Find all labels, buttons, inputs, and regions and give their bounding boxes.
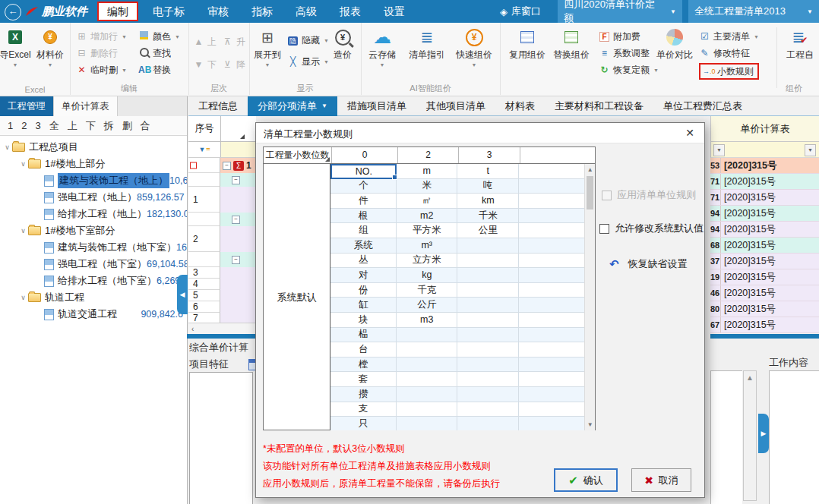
tree-item[interactable]: ∨轨道工程 bbox=[0, 289, 187, 306]
unit-cell[interactable] bbox=[397, 402, 457, 417]
cost-button[interactable]: ¥ 造价 bbox=[327, 27, 359, 61]
unit-cell[interactable] bbox=[397, 328, 457, 343]
decimal-rule-button[interactable]: →.0 小数规则 bbox=[699, 63, 759, 80]
unit-cell[interactable] bbox=[519, 179, 584, 194]
material-price-button[interactable]: ¥ 材料价 ▼ bbox=[30, 27, 70, 68]
collapse-expander-icon[interactable]: − bbox=[232, 176, 240, 184]
unit-cell[interactable] bbox=[519, 283, 584, 298]
corner-header[interactable]: 工程量小数位数 bbox=[264, 147, 332, 163]
grid-row[interactable]: 3 bbox=[188, 267, 256, 279]
unit-cell[interactable]: 个 bbox=[330, 179, 397, 194]
unit-cell[interactable] bbox=[457, 238, 519, 254]
column-header-0[interactable]: 0 bbox=[332, 147, 398, 163]
unit-cell[interactable] bbox=[519, 342, 584, 358]
tree-item[interactable]: 建筑与装饰工程（地上）10,63... bbox=[0, 172, 187, 189]
unit-cell[interactable]: 公斤 bbox=[397, 298, 457, 313]
collapse-expander-icon[interactable]: − bbox=[232, 256, 240, 264]
main-list-button[interactable]: ☑ 主要清单 ▼ bbox=[699, 30, 759, 43]
column-header-3[interactable]: 3 bbox=[459, 147, 520, 163]
price-row[interactable]: 71[2020]315号 bbox=[710, 174, 819, 190]
cancel-button[interactable]: ✖ 取消 bbox=[631, 468, 691, 492]
quick-pricing-button[interactable]: ¥ 快速组价 ▼ bbox=[452, 27, 496, 68]
apply-unit-rule-option[interactable]: 应用清单单位规则 bbox=[602, 188, 696, 202]
unit-cell[interactable] bbox=[519, 254, 584, 269]
tree-item[interactable]: ∨工程总项目 bbox=[0, 139, 187, 156]
tree-item[interactable]: 强电工程（地上）859,126.57 bbox=[0, 189, 187, 206]
menu-指标[interactable]: 指标 bbox=[240, 0, 284, 23]
close-icon[interactable]: ✕ bbox=[678, 124, 701, 141]
unit-cell[interactable]: m3 bbox=[397, 313, 457, 328]
surcharge-button[interactable]: F 附加费 bbox=[599, 30, 659, 43]
unit-cell[interactable]: 只 bbox=[330, 417, 397, 430]
price-row[interactable]: 80[2020]315号 bbox=[710, 301, 819, 317]
price-row[interactable]: 94[2020]315号 bbox=[710, 206, 819, 222]
unit-cell[interactable] bbox=[519, 402, 584, 417]
demote-button[interactable]: ⊻ 降 bbox=[222, 58, 245, 71]
unit-cell[interactable]: 吨 bbox=[457, 179, 519, 194]
unit-cell[interactable]: 樘 bbox=[330, 358, 397, 373]
unit-cell[interactable]: 平方米 bbox=[397, 223, 457, 238]
promote-button[interactable]: ⊼ 升 bbox=[222, 35, 245, 49]
grid-row[interactable]: − bbox=[188, 213, 256, 226]
add-row-button[interactable]: ⊞ 增加行 ▼ bbox=[76, 30, 127, 43]
unit-cell[interactable] bbox=[519, 164, 584, 179]
unit-cell[interactable]: 缸 bbox=[330, 298, 397, 313]
unit-cell[interactable] bbox=[519, 328, 584, 343]
tree-item[interactable]: ∨1#楼地下室部分 bbox=[0, 222, 187, 239]
tree-item[interactable]: 给排水工程（地下室）6,269.02 bbox=[0, 272, 187, 289]
unit-cell[interactable] bbox=[397, 342, 457, 358]
collapse-expander-icon[interactable]: − bbox=[232, 216, 240, 224]
unit-cell[interactable]: 套 bbox=[330, 372, 397, 387]
back-button[interactable]: ← bbox=[5, 4, 21, 20]
unit-cell[interactable]: 千克 bbox=[397, 283, 457, 298]
replace-pricing-button[interactable]: 替换组价 bbox=[550, 27, 593, 61]
menu-审核[interactable]: 审核 bbox=[196, 0, 240, 23]
modify-feature-button[interactable]: ✎ 修改特征 bbox=[699, 46, 759, 60]
find-button[interactable]: 查找 bbox=[138, 46, 180, 60]
unit-cell[interactable]: m bbox=[397, 164, 457, 179]
unit-cell[interactable] bbox=[519, 238, 584, 254]
checkbox-icon[interactable] bbox=[602, 191, 612, 200]
tree-item[interactable]: ∨1#楼地上部分 bbox=[0, 156, 187, 172]
toolbar-button-拆[interactable]: 拆 bbox=[104, 119, 114, 133]
reuse-pricing-button[interactable]: 复用组价 bbox=[506, 27, 549, 61]
grid-row[interactable]: 4 bbox=[188, 279, 256, 290]
delete-row-button[interactable]: ⊟ 删除行 bbox=[76, 46, 127, 60]
unit-cell[interactable] bbox=[519, 268, 584, 283]
unit-cell[interactable] bbox=[519, 313, 584, 328]
list-guide-button[interactable]: ≣ 清单指引 bbox=[405, 27, 449, 61]
unit-cell[interactable] bbox=[519, 223, 584, 238]
tab-单位工程费汇总表[interactable]: 单位工程费汇总表 bbox=[653, 96, 752, 116]
chevron-down-icon[interactable]: ∨ bbox=[19, 294, 27, 301]
unit-cell[interactable]: 件 bbox=[330, 194, 397, 209]
unit-cell[interactable] bbox=[519, 387, 584, 402]
library-window-button[interactable]: ◈ 库窗口 bbox=[500, 0, 541, 23]
collapse-left-handle[interactable]: ◀ bbox=[177, 275, 188, 314]
unit-cell[interactable]: 块 bbox=[330, 313, 397, 328]
tree-item[interactable]: 强电工程（地下室）69,104.58 bbox=[0, 256, 187, 272]
unit-cell[interactable] bbox=[519, 417, 584, 430]
collapse-right-handle[interactable]: ▶ bbox=[758, 414, 769, 453]
unit-cell[interactable]: ㎡ bbox=[397, 194, 457, 209]
color-button[interactable]: 颜色 ▼ bbox=[138, 30, 180, 43]
unit-cell[interactable] bbox=[457, 417, 519, 430]
unit-cell[interactable]: 对 bbox=[330, 268, 397, 283]
unit-cell[interactable] bbox=[397, 387, 457, 402]
project-check-button[interactable]: ≣✔ 工程自 bbox=[783, 27, 817, 61]
chevron-down-icon[interactable]: ∨ bbox=[19, 160, 27, 168]
toolbar-button-3[interactable]: 3 bbox=[35, 120, 40, 131]
unit-cell[interactable] bbox=[519, 194, 584, 209]
cloud-storage-button[interactable]: ☁ 云存储 ▼ bbox=[362, 27, 402, 68]
unit-cell[interactable]: 攒 bbox=[330, 387, 397, 402]
tab-工程信息[interactable]: 工程信息 bbox=[188, 96, 248, 116]
move-up-button[interactable]: ▲ 上 bbox=[193, 35, 217, 49]
tab-分部分项清单[interactable]: 分部分项清单▼ bbox=[248, 96, 337, 116]
replace-button[interactable]: AB 替换 bbox=[138, 63, 180, 77]
price-row[interactable]: 37[2020]315号 bbox=[710, 254, 819, 269]
unit-cell[interactable]: 榀 bbox=[330, 328, 397, 343]
unit-cell[interactable] bbox=[457, 268, 519, 283]
tree-item[interactable]: 给排水工程（地上）182,130.09 bbox=[0, 206, 187, 222]
allow-modify-option[interactable]: 允许修改系统默认值 bbox=[599, 222, 704, 235]
feature-panel[interactable] bbox=[189, 372, 253, 504]
unit-cell[interactable]: 份 bbox=[330, 283, 397, 298]
